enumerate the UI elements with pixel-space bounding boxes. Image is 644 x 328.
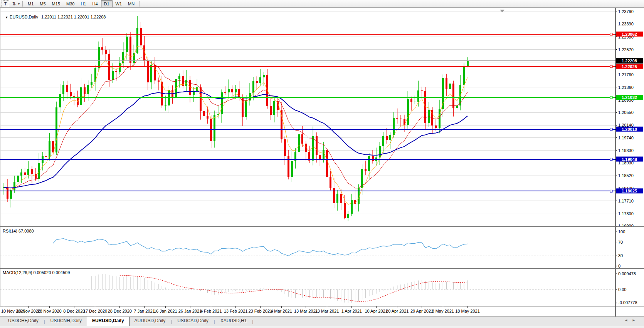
x-axis-label: 1 Apr 2021 xyxy=(341,309,362,313)
y-axis-label: 1.18520 xyxy=(618,173,634,178)
x-axis-label: 26 Jan 2021 xyxy=(178,309,202,313)
candle-body xyxy=(301,134,303,144)
tab-eurusd-daily[interactable]: EURUSD,Daily xyxy=(87,317,129,326)
collapse-triangle-icon[interactable]: ▼ xyxy=(5,16,8,19)
timeframe-button-w1[interactable]: W1 xyxy=(113,0,125,7)
y-axis-label: 1.23390 xyxy=(618,22,634,26)
tabs-scroll-left-icon[interactable]: ◂ xyxy=(625,318,633,322)
line-anchor-square xyxy=(610,96,612,99)
candle-body xyxy=(203,111,205,116)
candle-body xyxy=(446,78,447,89)
y-axis-label: 1.17710 xyxy=(618,199,634,203)
candle-body xyxy=(312,136,314,161)
tab-audusd-daily[interactable]: AUDUSD,Daily xyxy=(129,317,171,326)
tab-usdcad-daily[interactable]: USDCAD,Daily xyxy=(172,317,214,326)
price-chart-panel: 1.237901.233901.229801.225701.221701.217… xyxy=(0,8,644,226)
x-axis-label: 13 Mar 2021 xyxy=(294,309,318,313)
candle-body xyxy=(333,188,335,203)
dropdown-caret-icon[interactable]: ▾ xyxy=(17,1,21,7)
candle-body xyxy=(129,37,131,64)
candle-body xyxy=(112,71,114,80)
candle-body xyxy=(178,76,180,79)
candle-body xyxy=(231,89,233,92)
line-anchor-square xyxy=(610,65,612,68)
candle-body xyxy=(417,90,419,102)
tabs-scroll-right-icon[interactable]: ▸ xyxy=(632,318,640,322)
macd-axis-label: 0.00 xyxy=(618,287,626,292)
candle-body xyxy=(294,152,296,161)
candle-body xyxy=(330,177,331,188)
timeframe-button-m5[interactable]: M5 xyxy=(37,0,49,7)
price-level-badge-label: 1.22025 xyxy=(622,64,637,69)
candle-body xyxy=(256,81,258,83)
timeframe-buttons: M1M5M15M30H1H4D1W1MN xyxy=(25,0,138,7)
candle-body xyxy=(326,150,328,177)
price-level-badge-label: 1.20010 xyxy=(622,127,637,132)
gridlines xyxy=(0,12,615,226)
y-axis-label: 1.20550 xyxy=(618,110,634,115)
rsi-chart-canvas[interactable]: 10070300 xyxy=(0,227,644,268)
arrows-tool-button[interactable]: ⇅ xyxy=(11,1,17,7)
x-axis-label: 28 Nov 2020 xyxy=(37,309,61,313)
x-axis-label: 16 Jan 2021 xyxy=(154,309,177,313)
candle-body xyxy=(245,100,247,117)
candle-body xyxy=(80,87,82,105)
candle-body xyxy=(224,92,226,93)
candle-body xyxy=(435,126,437,128)
x-axis-label: 10 Apr 2021 xyxy=(365,309,387,313)
candle-body xyxy=(55,107,57,152)
price-chart-canvas[interactable]: 1.237901.233901.229801.225701.221701.217… xyxy=(0,8,644,226)
candle-body xyxy=(35,174,37,179)
y-axis-label: 1.19330 xyxy=(618,148,634,153)
rsi-axis-label: 0 xyxy=(618,264,620,268)
candle-body xyxy=(407,99,409,125)
x-axis-label: 8 Dec 2020 xyxy=(63,309,85,313)
tab-usdcnh-daily[interactable]: USDCNH,Daily xyxy=(45,317,87,326)
chart-tabs-bar: USDCHF,Daily|USDCNH,DailyEURUSD,DailyAUD… xyxy=(0,316,644,326)
candle-body xyxy=(207,116,209,119)
timeframe-button-d1[interactable]: D1 xyxy=(101,0,113,7)
chart-shift-icon[interactable] xyxy=(500,10,504,12)
x-axis-label: 18 May 2021 xyxy=(455,309,480,313)
candle-body xyxy=(463,67,465,85)
candle-body xyxy=(98,47,100,68)
candle-body xyxy=(10,190,12,199)
price-level-badge-label: 1.19048 xyxy=(622,157,637,162)
timeframe-button-mn[interactable]: MN xyxy=(125,0,138,7)
candle-body xyxy=(133,53,135,64)
x-axis-label: 23 Mar 2021 xyxy=(315,309,339,313)
line-anchor-square xyxy=(610,190,612,192)
toolbar-separator xyxy=(22,1,23,7)
moving-average-line xyxy=(4,91,467,188)
candle-body xyxy=(442,78,444,109)
x-axis-label: 7 Jan 2021 xyxy=(134,309,155,313)
candle-body xyxy=(344,203,346,218)
y-axis-label: 1.19740 xyxy=(618,136,634,140)
timeframe-button-h4[interactable]: H4 xyxy=(89,0,101,7)
time-axis[interactable]: 10 Nov 202019 Nov 202028 Nov 20208 Dec 2… xyxy=(0,306,644,316)
timeframe-button-m30[interactable]: M30 xyxy=(63,0,77,7)
candle-body xyxy=(379,146,381,157)
candle-body xyxy=(467,61,469,67)
tab-scrollers: ◂▸ xyxy=(625,318,640,323)
x-axis-label: 20 Apr 2021 xyxy=(386,309,409,313)
chart-symbol-period: EURUSD,Daily xyxy=(10,15,38,19)
timeframe-button-m1[interactable]: M1 xyxy=(25,0,37,7)
candle-body xyxy=(70,92,72,96)
candle-body xyxy=(62,85,64,94)
timeframe-button-h1[interactable]: H1 xyxy=(77,0,89,7)
macd-signal-line xyxy=(120,275,467,301)
candle-body xyxy=(291,161,293,177)
macd-axis-label: 0.009478 xyxy=(618,271,636,276)
x-axis-label: 23 Feb 2021 xyxy=(248,309,272,313)
rsi-indicator-label: RSI(14) 67.0080 xyxy=(3,229,34,233)
text-tool-button[interactable]: T xyxy=(2,0,9,7)
candle-body xyxy=(273,101,275,115)
timeframe-button-m15[interactable]: M15 xyxy=(49,0,63,7)
rsi-axis-label: 100 xyxy=(618,229,625,234)
y-axis-label: 1.21360 xyxy=(618,85,634,90)
tab-xauusd-h1[interactable]: XAUUSD,H1 xyxy=(215,317,252,326)
macd-chart-canvas[interactable]: 0.0094780.00-0.007778 xyxy=(0,269,644,306)
tab-usdchf-daily[interactable]: USDCHF,Daily xyxy=(3,317,44,326)
x-axis-label: 29 Apr 2021 xyxy=(410,309,433,313)
